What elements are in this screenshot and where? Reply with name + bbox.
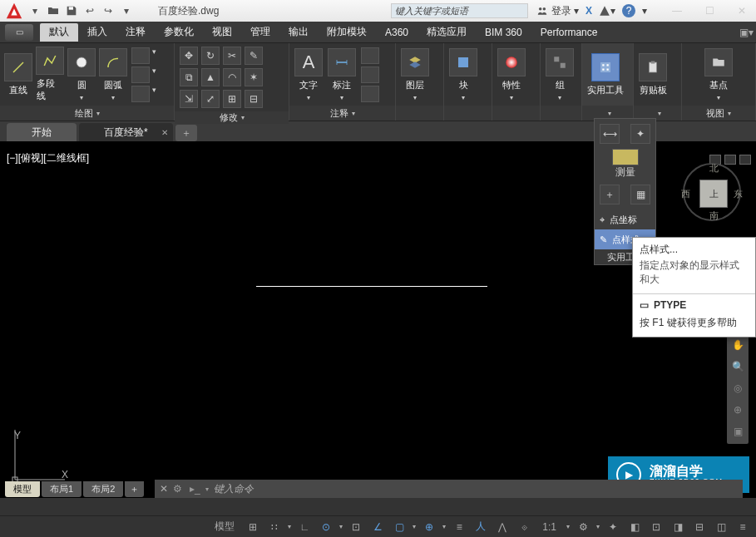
custom-icon[interactable]: ≡ <box>734 519 751 535</box>
explode-icon[interactable]: ✶ <box>245 68 263 86</box>
layers-button[interactable]: 图层▾ <box>401 48 429 101</box>
ellipse-icon[interactable] <box>131 67 150 83</box>
utilities-button[interactable]: 实用工具 <box>587 53 624 96</box>
measure-icon-3[interactable]: ＋ <box>600 185 620 204</box>
mtext-icon[interactable] <box>361 86 379 102</box>
dimension-button[interactable]: 标注▾ <box>328 48 356 101</box>
panel-title-view[interactable]: 视图 <box>682 106 755 121</box>
cmd-input[interactable]: 键入命令 <box>214 482 738 496</box>
qat-undo-icon[interactable]: ↩ <box>83 4 96 17</box>
fillet-icon[interactable]: ◠ <box>223 68 241 86</box>
leader-icon[interactable] <box>361 47 379 64</box>
ws-icon[interactable]: ⊡ <box>648 519 665 535</box>
grid-icon[interactable]: ⊞ <box>245 519 261 535</box>
file-tab-active[interactable]: 百度经验*✕ <box>79 123 173 141</box>
tab-manage[interactable]: 管理 <box>241 23 279 42</box>
tab-a360[interactable]: A360 <box>376 23 418 42</box>
close-button[interactable]: ✕ <box>738 5 746 17</box>
block-button[interactable]: 块▾ <box>449 48 477 101</box>
dyn-icon[interactable]: ⊕ <box>421 519 437 535</box>
osnap-icon[interactable]: ⊡ <box>348 519 364 535</box>
exchange-icon[interactable]: X <box>586 5 592 17</box>
rotate-icon[interactable]: ↻ <box>201 47 220 65</box>
erase-icon[interactable]: ✎ <box>245 47 263 65</box>
measure-button[interactable]: 测量 <box>600 149 650 180</box>
iso-icon[interactable]: ◨ <box>670 519 686 535</box>
arc-button[interactable]: 圆弧▾ <box>100 48 126 101</box>
login-icon[interactable]: 登录 ▾ <box>536 4 579 18</box>
tab-view[interactable]: 视图 <box>203 23 241 42</box>
cmd-options-icon[interactable]: ⚙ <box>173 483 185 495</box>
layout1-tab[interactable]: 布局1 <box>42 481 82 497</box>
pan-icon[interactable]: ✋ <box>729 336 747 354</box>
ducs-icon[interactable]: ▢ <box>391 519 408 535</box>
measure-icon-1[interactable]: ⟷ <box>600 124 620 144</box>
tab-performance[interactable]: Performance <box>531 23 607 42</box>
properties-button[interactable]: 特性▾ <box>497 48 526 101</box>
dropdown-item-coords[interactable]: ⌖点坐标 <box>595 209 655 229</box>
otrack-icon[interactable]: ∠ <box>369 519 386 535</box>
panel-title-annotate[interactable]: 注释 <box>289 106 395 121</box>
scale-icon[interactable]: ⤢ <box>201 90 220 108</box>
tpy-icon[interactable]: 人 <box>472 519 489 535</box>
tab-parametric[interactable]: 参数化 <box>155 23 203 42</box>
qat-new-icon[interactable]: ▾ <box>28 4 42 17</box>
ribbon-options-icon[interactable]: ▣▾ <box>736 27 756 38</box>
gear-icon[interactable]: ⚙ <box>575 519 591 535</box>
hw-icon[interactable]: ⊟ <box>691 519 708 535</box>
polar-icon[interactable]: ⊙ <box>318 519 334 535</box>
copy-icon[interactable]: ⧉ <box>180 68 198 86</box>
panel-title-modify[interactable]: 修改 <box>175 111 289 124</box>
measure-icon-4[interactable]: ▦ <box>630 185 650 204</box>
panel-title-draw[interactable]: 绘图 <box>0 106 174 121</box>
tab-addins[interactable]: 附加模块 <box>318 23 376 42</box>
qp-icon[interactable]: ⋀ <box>494 519 511 535</box>
close-tab-icon[interactable]: ✕ <box>161 128 168 137</box>
clean-icon[interactable]: ◫ <box>713 519 729 535</box>
model-tab[interactable]: 模型 <box>5 481 40 497</box>
sc-icon[interactable]: ⟐ <box>516 519 532 535</box>
lwt-icon[interactable]: ≡ <box>451 519 467 535</box>
new-tab-button[interactable]: ＋ <box>175 125 197 141</box>
circle-button[interactable]: 圆▾ <box>68 48 95 101</box>
text-button[interactable]: A文字▾ <box>294 48 323 101</box>
rect-icon[interactable] <box>131 47 150 64</box>
stretch-icon[interactable]: ⇲ <box>180 90 198 108</box>
clipboard-button[interactable]: 剪贴板 <box>639 53 667 96</box>
tab-default[interactable]: 默认 <box>40 23 78 42</box>
hatch-icon[interactable] <box>131 86 150 102</box>
line-button[interactable]: 直线 <box>5 53 32 96</box>
tab-output[interactable]: 输出 <box>279 23 318 42</box>
basepoint-button[interactable]: 基点▾ <box>704 48 733 101</box>
minimize-button[interactable]: — <box>672 5 682 17</box>
tab-bim360[interactable]: BIM 360 <box>476 23 531 42</box>
tab-featured[interactable]: 精选应用 <box>418 23 476 42</box>
status-scale[interactable]: 1:1 <box>537 521 561 533</box>
polyline-button[interactable]: 多段线 <box>37 47 63 102</box>
layout2-tab[interactable]: 布局2 <box>83 481 123 497</box>
a360-icon[interactable]: ▾ <box>599 5 615 17</box>
showmotion-icon[interactable]: ▣ <box>729 422 747 441</box>
ann-icon[interactable]: ✦ <box>605 519 621 535</box>
viewcube[interactable]: 上 北 南 东 西 <box>683 163 741 221</box>
table-icon[interactable] <box>361 67 379 83</box>
zoom-icon[interactable]: 🔍 <box>729 357 747 376</box>
command-line[interactable]: ✕ ⚙ ▸_ ▾ 键入命令 <box>155 480 743 498</box>
offset-icon[interactable]: ⊟ <box>245 90 263 108</box>
help-icon[interactable]: ? <box>622 4 635 17</box>
qat-open-icon[interactable] <box>47 4 60 17</box>
qat-more-icon[interactable]: ▾ <box>120 4 133 17</box>
tab-insert[interactable]: 插入 <box>78 23 116 42</box>
tab-annotate[interactable]: 注释 <box>116 23 155 42</box>
steering-icon[interactable]: ⊕ <box>729 401 747 419</box>
add-layout-button[interactable]: ＋ <box>125 481 144 497</box>
trim-icon[interactable]: ✂ <box>223 47 241 65</box>
orbit-icon[interactable]: ◎ <box>729 379 747 397</box>
snap-icon[interactable]: ∷ <box>266 519 283 535</box>
search-input[interactable]: 键入关键字或短语 <box>391 3 528 18</box>
ribbon-chip[interactable]: ▭ <box>5 24 33 41</box>
maximize-button[interactable]: ☐ <box>705 5 714 17</box>
status-model[interactable]: 模型 <box>210 520 240 534</box>
mirror-icon[interactable]: ▲ <box>201 68 220 86</box>
move-icon[interactable]: ✥ <box>180 47 198 65</box>
